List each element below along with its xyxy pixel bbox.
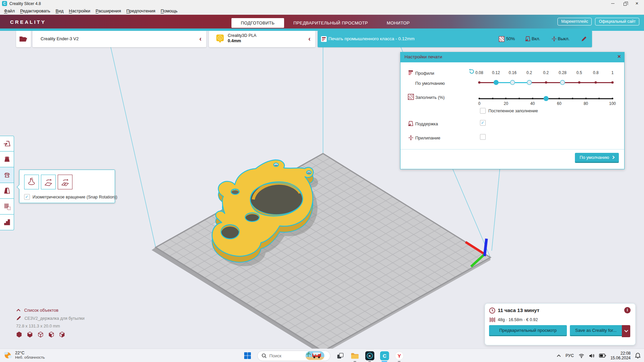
view-cube-1[interactable] [27, 331, 33, 338]
menu-item-1[interactable]: Редактировать [17, 8, 53, 13]
weather-temp: 22°C [15, 351, 45, 355]
taskbar-weather-widget[interactable]: 22°C Неб. облачность [3, 351, 45, 360]
view-cube-2[interactable] [38, 331, 44, 338]
menu-item-2[interactable]: Вид [53, 8, 66, 13]
save-options-dropdown[interactable] [622, 325, 630, 337]
build-plate [152, 154, 490, 349]
printer-selector[interactable]: Creality Ender-3 V2 ‹ [33, 31, 206, 47]
tool-support-blocker-button[interactable] [0, 215, 14, 230]
reset-profile-icon[interactable] [469, 68, 475, 74]
tool-move-button[interactable] [0, 136, 14, 152]
tray-clock[interactable]: 22:08 15.06.2024 [610, 351, 631, 360]
material-selector[interactable]: 1 Creality3D PLA 0.4mm ‹ [209, 31, 315, 47]
custom-settings-button[interactable]: По умолчанию [575, 153, 619, 163]
lay-flat-icon [43, 177, 53, 187]
profile-stop-0.16[interactable] [510, 80, 515, 85]
profile-stop-0.8[interactable] [595, 81, 597, 84]
restore-button[interactable] [619, 0, 631, 7]
gradual-infill-label: Постепенное заполнение [488, 109, 538, 113]
profiles-icon [408, 70, 414, 75]
infill-tick-20 [505, 98, 507, 100]
official-site-button[interactable]: Официальный сайт [595, 18, 639, 25]
view-mode-cubes [16, 331, 85, 338]
file-explorer-button[interactable] [350, 351, 360, 361]
object-item[interactable]: CE3V2_держалка для бутылки [16, 316, 85, 321]
taskbar-search[interactable] [257, 351, 330, 361]
yandex-browser-button[interactable]: Y [394, 351, 404, 361]
close-window-button[interactable]: × [631, 0, 643, 7]
app-icon: C [2, 1, 7, 6]
view-cube-4[interactable] [59, 331, 65, 338]
profile-stop-0.08[interactable] [478, 81, 481, 84]
tab-monitor[interactable]: МОНИТОР [377, 18, 419, 28]
search-highlight-image[interactable] [306, 351, 324, 360]
tool-mirror-button[interactable] [0, 183, 14, 199]
window-titlebar[interactable]: C Creality Slicer 4.8 × [0, 0, 644, 7]
chevron-left-icon: ‹ [308, 31, 311, 47]
close-panel-icon[interactable]: × [618, 53, 621, 60]
profile-stop-1[interactable] [611, 81, 614, 84]
panel-titlebar[interactable]: Настройки печати × [400, 52, 624, 62]
infill-icon [499, 36, 504, 42]
profile-stop-0.2[interactable] [527, 80, 532, 85]
marketplace-button[interactable]: Марекетплейс [557, 18, 592, 25]
object-list-header[interactable]: Список объектов [16, 308, 85, 313]
adhesion-checkbox[interactable] [480, 134, 486, 140]
support-checkbox[interactable] [480, 120, 486, 126]
profile-value-4: 0.2 [543, 70, 549, 75]
select-face-button[interactable] [58, 175, 72, 189]
language-indicator[interactable]: РУС [566, 353, 574, 358]
panel-separator [400, 149, 624, 149]
preview-button[interactable]: Предварительный просмотр [489, 325, 567, 336]
gradual-infill-checkbox[interactable] [480, 108, 486, 114]
tool-per-model-settings-button[interactable] [0, 199, 14, 215]
open-file-button[interactable] [16, 31, 31, 47]
creality-slicer-taskbar-button[interactable]: C [379, 351, 389, 361]
tab-preview[interactable]: ПРЕДВАРИТЕЛЬНЫЙ ПРОСМОТР [284, 18, 377, 28]
view-cube-0[interactable] [16, 331, 22, 338]
chevron-down-icon [624, 330, 628, 333]
k-app-button[interactable]: K [365, 351, 375, 361]
profile-slider[interactable] [479, 80, 612, 85]
profile-stop-0.5[interactable] [578, 81, 580, 84]
task-view-button[interactable] [335, 351, 345, 361]
move-icon [3, 139, 11, 148]
snap-rotation-checkbox[interactable] [24, 194, 30, 200]
lay-flat-button[interactable] [41, 175, 56, 189]
menu-item-5[interactable]: Предпочтения [124, 8, 158, 13]
search-input[interactable] [269, 353, 303, 358]
k-app-icon: K [365, 351, 374, 360]
profile-stop-0.28[interactable] [560, 80, 565, 85]
minimize-button[interactable] [607, 0, 619, 7]
tool-rotate-button[interactable] [0, 167, 14, 183]
menu-bar: ФайлРедактироватьВидНастройкиРасширенияП… [0, 7, 644, 15]
select-face-icon [60, 177, 70, 187]
notifications-bell-icon[interactable] [635, 353, 641, 359]
edit-pencil-icon[interactable] [581, 36, 587, 42]
wifi-icon[interactable] [578, 353, 585, 358]
menu-item-4[interactable]: Расширения [93, 8, 124, 13]
reset-rotation-icon [26, 177, 37, 187]
menu-item-6[interactable]: Помощь [158, 8, 180, 13]
infill-tick-label-40: 40 [530, 101, 535, 106]
tool-scale-button[interactable] [0, 152, 14, 167]
menu-item-3[interactable]: Настройки [66, 8, 93, 13]
battery-icon[interactable] [599, 354, 606, 358]
profile-stop-0.2[interactable] [545, 81, 547, 84]
reset-rotation-button[interactable] [24, 175, 39, 189]
tray-expand-icon[interactable] [556, 354, 561, 357]
infill-slider-handle[interactable] [543, 96, 548, 101]
start-button[interactable] [243, 351, 253, 361]
profile-values-row: 0.080.120.160.20.20.280.50.81 [479, 70, 612, 76]
rename-pencil-icon[interactable] [16, 316, 21, 321]
view-cube-3[interactable] [48, 331, 54, 338]
menu-item-0[interactable]: Файл [1, 8, 17, 13]
save-file-button[interactable]: Save as Creality for... [570, 325, 622, 336]
infill-slider[interactable] [479, 96, 612, 101]
profile-stop-0.12[interactable] [493, 80, 498, 85]
volume-icon[interactable] [589, 353, 595, 358]
rotate-icon [3, 171, 11, 179]
tab-prepare[interactable]: ПОДГОТОВИТЬ [231, 18, 284, 28]
info-icon[interactable]: i [624, 307, 631, 313]
print-settings-summary[interactable]: Печать промышленного класса - 0.12mm 50%… [318, 31, 592, 47]
